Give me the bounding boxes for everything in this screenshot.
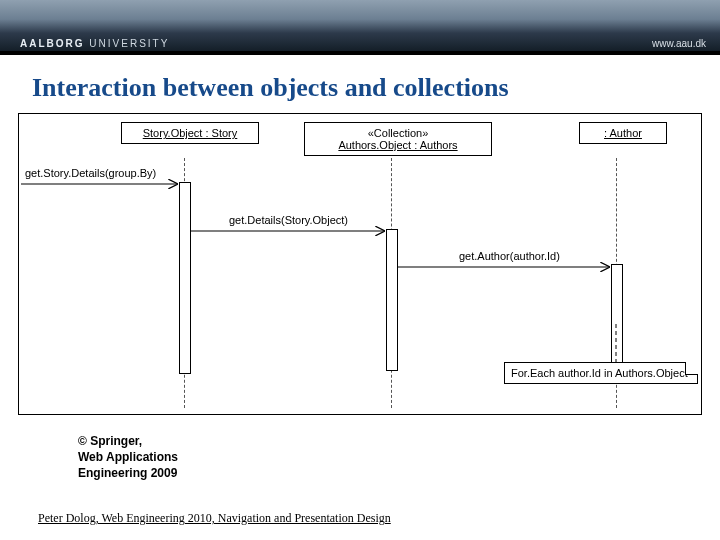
university-url: www.aau.dk bbox=[652, 38, 706, 49]
msg-get-details: get.Details(Story.Object) bbox=[229, 214, 348, 226]
msg-get-story-details: get.Story.Details(group.By) bbox=[25, 167, 156, 179]
header-banner: AALBORG UNIVERSITY www.aau.dk bbox=[0, 0, 720, 55]
msg-get-author: get.Author(author.Id) bbox=[459, 250, 560, 262]
credit-line-2: Web Applications bbox=[78, 449, 720, 465]
loop-note-text: For.Each author.Id in Authors.Object bbox=[511, 367, 688, 379]
slide-title: Interaction between objects and collecti… bbox=[32, 73, 720, 103]
copyright-credit: © Springer, Web Applications Engineering… bbox=[78, 433, 720, 482]
logo-primary: AALBORG bbox=[20, 38, 85, 49]
credit-line-3: Engineering 2009 bbox=[78, 465, 720, 481]
logo-secondary: UNIVERSITY bbox=[89, 38, 169, 49]
university-logo: AALBORG UNIVERSITY bbox=[20, 38, 169, 49]
sequence-diagram: Story.Object : Story «Collection» Author… bbox=[18, 113, 702, 415]
credit-line-1: © Springer, bbox=[78, 433, 720, 449]
loop-note: For.Each author.Id in Authors.Object bbox=[504, 362, 698, 384]
slide-footer: Peter Dolog, Web Engineering 2010, Navig… bbox=[38, 511, 391, 526]
